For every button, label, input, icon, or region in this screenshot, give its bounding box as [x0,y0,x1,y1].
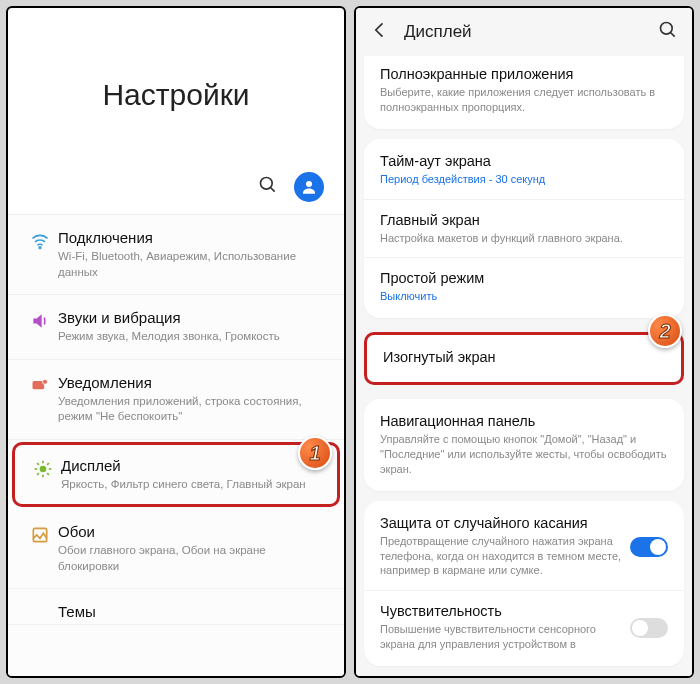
row-title: Изогнутый экран [383,349,665,365]
header-actions [8,172,344,214]
row-sub: Управляйте с помощью кнопок "Домой", "На… [380,432,668,477]
row-screen-timeout[interactable]: Тайм-аут экрана Период бездействия - 30 … [364,141,684,199]
row-sub: Период бездействия - 30 секунд [380,172,668,187]
row-title: Чувствительность [380,603,624,619]
brightness-icon [25,457,61,479]
settings-screen: Настройки Подключения Wi-Fi, Bluetooth, … [6,6,346,678]
row-title: Дисплей [61,457,325,474]
wallpaper-icon [22,523,58,545]
display-list: Полноэкранные приложения Выберите, какие… [356,56,692,676]
row-fullscreen-apps[interactable]: Полноэкранные приложения Выберите, какие… [364,56,684,127]
row-sub: Предотвращение случайного нажатия экрана… [380,534,624,579]
row-title: Навигационная панель [380,413,668,429]
row-display[interactable]: Дисплей Яркость, Фильтр синего света, Гл… [12,442,340,508]
themes-icon [22,603,58,605]
toggle-sensitivity[interactable] [630,618,668,638]
row-sounds[interactable]: Звуки и вибрация Режим звука, Мелодия зв… [8,295,344,360]
row-edge-screen[interactable]: Изогнутый экран [364,332,684,385]
search-icon[interactable] [258,175,278,199]
row-navigation-bar[interactable]: Навигационная панель Управляйте с помощь… [364,401,684,489]
row-title: Подключения [58,229,328,246]
row-title: Полноэкранные приложения [380,66,668,82]
svg-line-14 [47,463,49,465]
wifi-icon [22,229,58,251]
svg-point-5 [43,379,48,384]
account-avatar[interactable] [294,172,324,202]
header-title: Дисплей [404,22,644,42]
svg-line-17 [671,33,675,37]
row-title: Тайм-аут экрана [380,153,668,169]
step-badge-2: 2 [648,314,682,348]
card-touch: Защита от случайного касания Предотвраще… [364,501,684,666]
svg-point-0 [261,178,273,190]
row-title: Звуки и вибрация [58,309,328,326]
row-themes[interactable]: Темы [8,589,344,625]
header-bar: Дисплей [356,8,692,56]
row-sub: Выключить [380,289,668,304]
back-icon[interactable] [370,20,390,44]
notification-icon [22,374,58,396]
row-home-screen[interactable]: Главный экран Настройка макетов и функци… [364,199,684,258]
svg-point-6 [40,465,47,472]
row-title: Темы [58,603,328,620]
step-badge-1: 1 [298,436,332,470]
svg-line-13 [37,473,39,475]
row-sub: Настройка макетов и функций главного экр… [380,231,668,246]
display-settings-screen: Дисплей Полноэкранные приложения Выберит… [354,6,694,678]
row-sub: Режим звука, Мелодия звонка, Громкость [58,329,328,345]
settings-list: Подключения Wi-Fi, Bluetooth, Авиарежим,… [8,214,344,676]
page-title: Настройки [8,8,344,172]
svg-point-16 [661,23,673,35]
row-sub: Wi-Fi, Bluetooth, Авиарежим, Использован… [58,249,328,280]
row-title: Обои [58,523,328,540]
svg-point-3 [39,247,41,249]
row-connections[interactable]: Подключения Wi-Fi, Bluetooth, Авиарежим,… [8,215,344,295]
row-wallpapers[interactable]: Обои Обои главного экрана, Обои на экран… [8,509,344,589]
row-accidental-touch[interactable]: Защита от случайного касания Предотвраще… [364,503,684,591]
row-sub: Обои главного экрана, Обои на экране бло… [58,543,328,574]
row-easy-mode[interactable]: Простой режим Выключить [364,257,684,316]
row-sub: Уведомления приложений, строка состояния… [58,394,328,425]
row-sub: Повышение чувствительности сенсорного эк… [380,622,624,652]
toggle-accidental-touch[interactable] [630,537,668,557]
svg-line-12 [47,473,49,475]
row-title: Уведомления [58,374,328,391]
row-title: Простой режим [380,270,668,286]
sound-icon [22,309,58,331]
row-sub: Яркость, Фильтр синего света, Главный эк… [61,477,325,493]
row-touch-sensitivity[interactable]: Чувствительность Повышение чувствительно… [364,590,684,664]
card-screen: Тайм-аут экрана Период бездействия - 30 … [364,139,684,319]
search-icon[interactable] [658,20,678,44]
card-nav: Навигационная панель Управляйте с помощь… [364,399,684,491]
svg-line-1 [271,188,275,192]
card-fullscreen: Полноэкранные приложения Выберите, какие… [364,56,684,129]
row-sub: Выберите, какие приложения следует испол… [380,85,668,115]
row-notifications[interactable]: Уведомления Уведомления приложений, стро… [8,360,344,440]
row-title: Защита от случайного касания [380,515,624,531]
svg-line-11 [37,463,39,465]
row-title: Главный экран [380,212,668,228]
svg-point-2 [306,181,312,187]
